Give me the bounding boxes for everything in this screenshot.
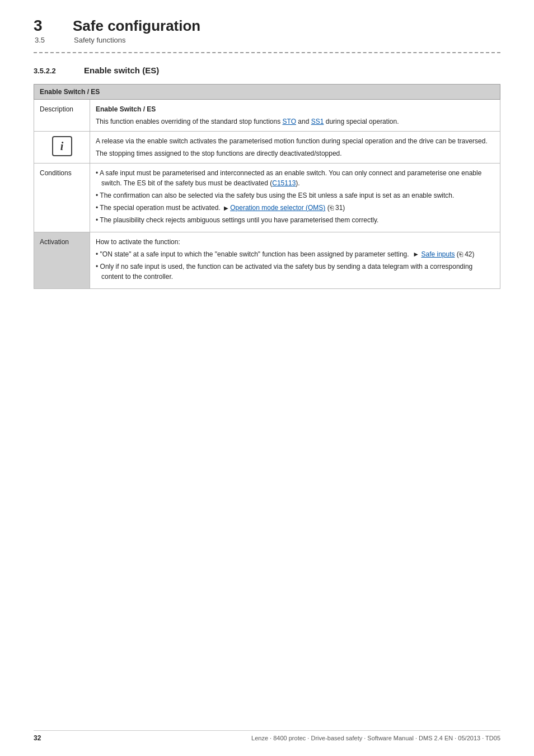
header-section: 3 Safe configuration 3.5 Safety function… (34, 17, 500, 44)
conditions-row: Conditions A safe input must be paramete… (34, 164, 500, 232)
info-line-2: The stopping times assigned to the stop … (96, 148, 494, 158)
condition-4: The plausibility check rejects ambiguous… (96, 215, 494, 225)
separator (34, 52, 500, 53)
condition-1: A safe input must be parameterised and i… (96, 168, 494, 188)
oms-link[interactable]: Operation mode selector (OMS) (230, 204, 325, 212)
info-icon: i (52, 136, 72, 156)
activation-2: Only if no safe input is used, the funct… (96, 262, 494, 282)
info-icon-cell: i (34, 132, 90, 164)
info-row: i A release via the enable switch activa… (34, 132, 500, 164)
sto-link[interactable]: STO (283, 118, 296, 125)
activation-content: How to activate the function: "ON state"… (90, 232, 500, 289)
activation-1: "ON state" at a safe input to which the … (96, 249, 494, 259)
info-line-1: A release via the enable switch activate… (96, 136, 494, 146)
activation-list: "ON state" at a safe input to which the … (96, 249, 494, 282)
header-top: 3 Safe configuration (34, 17, 500, 35)
section-number: 3.5.2.2 (34, 67, 73, 75)
content-table: Enable Switch / ES Description Enable Sw… (34, 84, 500, 289)
c15113-link[interactable]: C15113 (272, 179, 296, 187)
activation-label: Activation (34, 232, 90, 289)
ss1-link[interactable]: SS1 (311, 118, 324, 125)
conditions-list: A safe input must be parameterised and i… (96, 168, 494, 225)
description-row: Description Enable Switch / ES This func… (34, 100, 500, 132)
chapter-title: Safe configuration (73, 17, 200, 35)
activation-intro: How to activate the function: (96, 237, 494, 247)
activation-row: Activation How to activate the function:… (34, 232, 500, 289)
chapter-number: 3 (34, 17, 62, 35)
table-header-cell: Enable Switch / ES (34, 85, 500, 100)
section-heading: 3.5.2.2 Enable switch (ES) (34, 66, 500, 75)
description-title: Enable Switch / ES (96, 104, 494, 114)
page-container: 3 Safe configuration 3.5 Safety function… (0, 0, 534, 756)
sub-header: 3.5 Safety functions (34, 36, 500, 44)
oms-arrow (224, 204, 230, 212)
section-title: Enable switch (ES) (84, 66, 159, 75)
footer-page-number: 32 (34, 734, 41, 742)
safe-inputs-link[interactable]: Safe inputs (421, 250, 455, 258)
footer-doc-info: Lenze · 8400 protec · Drive-based safety… (251, 735, 500, 741)
info-content: A release via the enable switch activate… (90, 132, 500, 164)
table-header-row: Enable Switch / ES (34, 85, 500, 100)
sub-number: 3.5 (35, 36, 63, 44)
page-footer: 32 Lenze · 8400 protec · Drive-based saf… (34, 730, 500, 742)
condition-3: The special operation must be activated.… (96, 203, 494, 213)
description-content: Enable Switch / ES This function enables… (90, 100, 500, 132)
condition-2: The confirmation can also be selected vi… (96, 190, 494, 200)
sub-title: Safety functions (74, 36, 126, 44)
conditions-label: Conditions (34, 164, 90, 232)
conditions-content: A safe input must be parameterised and i… (90, 164, 500, 232)
description-label: Description (34, 100, 90, 132)
description-body: This function enables overriding of the … (96, 116, 494, 127)
